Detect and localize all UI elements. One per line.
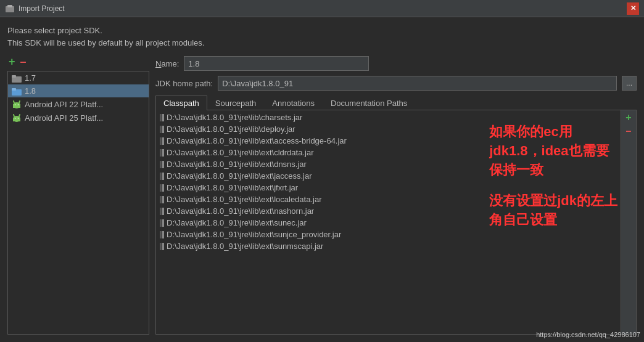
jar-icon <box>160 231 164 238</box>
jar-path: D:\Java\jdk1.8.0_91\jre\lib\ext\jfxrt.ja… <box>167 183 298 192</box>
tree-item-jdk17[interactable]: 1.7 <box>8 71 149 84</box>
jar-path: D:\Java\jdk1.8.0_91\jre\lib\ext\sunmscap… <box>167 242 323 251</box>
list-item[interactable]: D:\Java\jdk1.8.0_91\jre\lib\ext\localeda… <box>156 193 621 205</box>
svg-rect-13 <box>13 118 20 121</box>
folder-open-icon <box>12 87 22 96</box>
jar-path: D:\Java\jdk1.8.0_91\jre\lib\deploy.jar <box>167 124 295 134</box>
list-item[interactable]: D:\Java\jdk1.8.0_91\jre\lib\deploy.jar <box>156 123 621 135</box>
name-label: Name: <box>155 59 179 68</box>
jar-icon <box>160 184 164 192</box>
svg-point-11 <box>18 104 19 105</box>
list-item[interactable]: D:\Java\jdk1.8.0_91\jre\lib\charsets.jar <box>156 112 621 123</box>
list-item[interactable]: D:\Java\jdk1.8.0_91\jre\lib\ext\sunjce_p… <box>156 229 621 240</box>
jar-icon <box>160 243 164 250</box>
jar-icon <box>160 219 164 227</box>
svg-point-17 <box>18 118 19 119</box>
add-sdk-button[interactable]: + <box>7 56 17 67</box>
list-item[interactable]: D:\Java\jdk1.8.0_91\jre\lib\ext\cldrdata… <box>156 147 621 158</box>
add-jar-button[interactable]: + <box>622 112 635 124</box>
svg-rect-7 <box>13 104 20 108</box>
tab-classpath[interactable]: Classpath <box>155 96 207 110</box>
jdk-path-row: JDK home path: ... <box>155 76 637 91</box>
tree-item-label: 1.8 <box>25 86 36 96</box>
android-icon <box>12 99 22 109</box>
jar-path: D:\Java\jdk1.8.0_91\jre\lib\ext\dnsns.ja… <box>167 160 307 169</box>
name-row: Name: <box>155 56 637 71</box>
app-icon <box>5 4 15 14</box>
desc-line2: This SDK will be used by default by all … <box>7 37 637 49</box>
tab-content-classpath: D:\Java\jdk1.8.0_91\jre\lib\charsets.jar… <box>155 110 637 335</box>
close-button[interactable]: ✕ <box>627 2 639 15</box>
list-item[interactable]: D:\Java\jdk1.8.0_91\jre\lib\ext\nashorn.… <box>156 205 621 217</box>
left-toolbar: + – <box>7 56 149 67</box>
jdk-path-label: JDK home path: <box>155 79 213 88</box>
svg-rect-3 <box>12 75 16 78</box>
jar-path: D:\Java\jdk1.8.0_91\jre\lib\ext\sunec.ja… <box>167 218 307 227</box>
svg-line-14 <box>14 115 14 116</box>
list-item[interactable]: D:\Java\jdk1.8.0_91\jre\lib\ext\jfxrt.ja… <box>156 182 621 193</box>
name-input[interactable] <box>184 56 369 71</box>
desc-line1: Please select project SDK. <box>7 25 637 37</box>
jar-icon <box>160 114 164 121</box>
svg-line-9 <box>19 101 20 103</box>
jar-icon <box>160 196 164 203</box>
tree-item-label: Android API 22 Platf... <box>25 100 103 109</box>
left-panel: + – 1.7 <box>7 56 149 335</box>
jdk-path-input[interactable] <box>218 76 617 91</box>
list-item[interactable]: D:\Java\jdk1.8.0_91\jre\lib\ext\access-b… <box>156 135 621 147</box>
remove-jar-button[interactable]: – <box>622 125 635 137</box>
list-item[interactable]: D:\Java\jdk1.8.0_91\jre\lib\ext\sunec.ja… <box>156 217 621 229</box>
body-area: + – 1.7 <box>7 56 637 335</box>
window-title: Import Project <box>19 4 627 13</box>
jar-path: D:\Java\jdk1.8.0_91\jre\lib\ext\localeda… <box>167 195 321 204</box>
jar-icon <box>160 161 164 168</box>
svg-rect-1 <box>7 5 12 7</box>
svg-line-15 <box>19 115 20 116</box>
tab-annotations[interactable]: Annotations <box>264 96 323 110</box>
list-item[interactable]: D:\Java\jdk1.8.0_91\jre\lib\ext\sunmscap… <box>156 240 621 252</box>
description: Please select project SDK. This SDK will… <box>7 25 637 49</box>
jar-path: D:\Java\jdk1.8.0_91\jre\lib\ext\nashorn.… <box>167 206 314 216</box>
tree-item-android22[interactable]: Android API 22 Platf... <box>8 97 149 111</box>
jar-icon <box>160 149 164 157</box>
jar-icon <box>160 173 164 180</box>
tab-sourcepath[interactable]: Sourcepath <box>207 96 265 110</box>
jar-path: D:\Java\jdk1.8.0_91\jre\lib\ext\cldrdata… <box>167 148 313 157</box>
right-side-toolbar: + – <box>621 110 636 334</box>
right-panel: Name: JDK home path: ... Classpath Sourc… <box>155 56 637 335</box>
title-bar: Import Project ✕ <box>0 0 644 17</box>
jar-icon <box>160 137 164 145</box>
remove-sdk-button[interactable]: – <box>19 56 28 67</box>
browse-button[interactable]: ... <box>622 76 637 91</box>
jar-path: D:\Java\jdk1.8.0_91\jre\lib\ext\sunjce_p… <box>167 230 341 239</box>
folder-icon <box>12 74 22 83</box>
sdk-tree-list: 1.7 1.8 <box>7 71 149 335</box>
jar-icon <box>160 126 164 133</box>
tree-item-label: 1.7 <box>25 73 36 83</box>
svg-rect-5 <box>12 88 16 91</box>
svg-point-10 <box>15 104 16 105</box>
tree-item-jdk18[interactable]: 1.8 <box>8 84 149 97</box>
list-item[interactable]: D:\Java\jdk1.8.0_91\jre\lib\ext\dnsns.ja… <box>156 158 621 170</box>
svg-line-8 <box>14 101 14 103</box>
android-icon <box>12 113 22 123</box>
jar-path: D:\Java\jdk1.8.0_91\jre\lib\ext\access-b… <box>167 136 347 145</box>
tabs-bar: Classpath Sourcepath Annotations Documen… <box>155 96 637 110</box>
tab-documentation-paths[interactable]: Documentation Paths <box>323 96 415 110</box>
jar-file-list: D:\Java\jdk1.8.0_91\jre\lib\charsets.jar… <box>156 110 621 334</box>
main-content: Please select project SDK. This SDK will… <box>0 17 644 342</box>
jar-icon <box>160 208 164 215</box>
jar-path: D:\Java\jdk1.8.0_91\jre\lib\ext\jaccess.… <box>167 171 312 181</box>
jar-path: D:\Java\jdk1.8.0_91\jre\lib\charsets.jar <box>167 113 302 122</box>
list-item[interactable]: D:\Java\jdk1.8.0_91\jre\lib\ext\jaccess.… <box>156 170 621 182</box>
svg-point-16 <box>15 118 16 119</box>
tree-item-android25[interactable]: Android API 25 Platf... <box>8 111 149 124</box>
tree-item-label: Android API 25 Platf... <box>25 113 103 123</box>
